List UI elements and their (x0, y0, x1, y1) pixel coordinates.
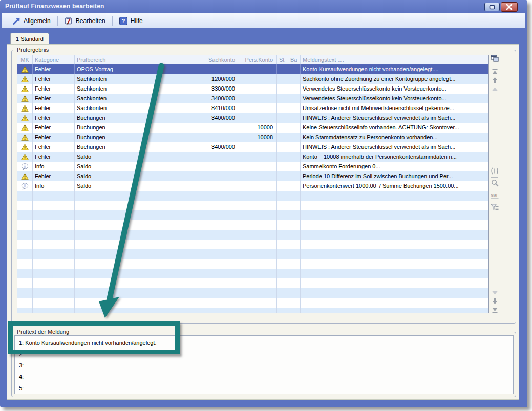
strip-divider (491, 177, 498, 178)
table-row-empty[interactable] (17, 240, 488, 249)
table-row[interactable]: FehlerBuchungen3400/000HINWEIS : Anderer… (17, 142, 488, 152)
cell-pruef (75, 201, 204, 210)
cell-st (277, 171, 288, 181)
cell-mk (17, 278, 33, 288)
cell-ba (288, 210, 301, 220)
cell-meld: Verwendetes Steuerschlüsselkonto kein Vo… (301, 84, 488, 94)
xml-export-icon[interactable]: XML (490, 192, 499, 200)
toolbar-label-hilfe: Hilfe (131, 17, 143, 25)
cell-pruef (75, 269, 204, 278)
cell-meld (301, 191, 488, 201)
table-row-empty[interactable] (17, 191, 488, 201)
table-row-empty[interactable] (17, 249, 488, 259)
table-row-empty[interactable] (17, 269, 488, 278)
table-row[interactable]: FehlerSaldoKonto 10008 innerhalb der Per… (17, 152, 488, 162)
info-icon (21, 163, 29, 170)
cell-st (277, 298, 288, 308)
table-columns-icon[interactable] (490, 54, 499, 62)
cell-st (277, 162, 288, 171)
move-up-icon[interactable] (490, 76, 499, 84)
cell-sach (204, 201, 239, 210)
table-row[interactable]: FehlerSachkonten8410/000Umsatzerlöse nic… (17, 103, 488, 113)
column-header-meldungstext[interactable]: Meldungstext .... (301, 55, 488, 64)
table-row[interactable]: FehlerBuchungen10000Keine Steuerschlüsse… (17, 123, 488, 133)
toolbar-button-hilfe[interactable]: ? Hilfe (115, 15, 147, 27)
cell-meld (301, 201, 488, 210)
column-header-perskonto[interactable]: Pers.Konto (239, 55, 277, 64)
toolbar-button-allgemein[interactable]: Allgemein (8, 15, 55, 27)
table-row-empty[interactable] (17, 298, 488, 308)
move-down-icon[interactable] (490, 297, 499, 305)
table-row[interactable]: FehlerSachkonten1200/000Sachkonto ohne Z… (17, 74, 488, 84)
table-row[interactable]: FehlerSaldoPeriode 10 Differenz im Soll … (17, 171, 488, 181)
table-row[interactable]: FehlerBuchungen3400/000HINWEIS : Anderer… (17, 113, 488, 123)
table-row-empty[interactable] (17, 220, 488, 230)
column-header-mk[interactable]: MK (17, 55, 33, 64)
cell-ba (288, 249, 301, 259)
cell-pers: 10008 (239, 133, 277, 142)
table-row[interactable]: InfoSaldoSammelkonto Forderungen 0... (17, 162, 488, 171)
cell-sach (204, 240, 239, 249)
table-row-empty[interactable] (17, 259, 488, 269)
scroll-down-icon[interactable] (490, 289, 499, 296)
scroll-to-top-icon[interactable] (490, 68, 499, 75)
cell-ba (288, 162, 301, 171)
column-header-ba[interactable]: Ba (288, 55, 301, 64)
group-brackets-icon[interactable] (490, 167, 499, 175)
table-row[interactable]: FehlerSachkonten3300/000Verwendetes Steu… (17, 84, 488, 94)
cell-mk (17, 181, 33, 191)
scroll-up-icon[interactable] (490, 85, 499, 93)
cell-pruef (75, 259, 204, 269)
cell-pruef (75, 240, 204, 249)
result-table-header: MK Kategorie Prüfbereich Sachkonto Pers.… (17, 55, 488, 64)
cell-st (277, 240, 288, 249)
cell-pruef: Buchungen (75, 142, 204, 152)
cell-ba (288, 152, 301, 162)
column-header-pruefbereich[interactable]: Prüfbereich (75, 55, 204, 64)
table-row-empty[interactable] (17, 288, 488, 298)
column-header-sachkonto[interactable]: Sachkonto (204, 55, 239, 64)
scroll-to-bottom-icon[interactable] (490, 306, 499, 314)
cell-sach (204, 133, 239, 142)
tab-standard[interactable]: 1 Standard (10, 33, 49, 45)
cell-kat (33, 210, 75, 220)
cell-meld: HINWEIS : Anderer Steuerschlüssel verwen… (301, 142, 488, 152)
search-icon[interactable] (490, 179, 499, 187)
cell-sach (204, 162, 239, 171)
toolbar-label-bearbeiten: Bearbeiten (76, 17, 105, 25)
toolbar-label-allgemein: Allgemein (24, 17, 51, 25)
cell-st (277, 259, 288, 269)
column-header-st[interactable]: St (277, 55, 288, 64)
toolbar-button-bearbeiten[interactable]: Bearbeiten (60, 15, 110, 27)
filter-icon[interactable] (490, 203, 499, 211)
cell-ba (288, 269, 301, 278)
cell-pruef: Buchungen (75, 113, 204, 123)
cell-kat: Fehler (33, 64, 75, 74)
cell-sach (204, 64, 239, 74)
minimize-button[interactable] (484, 3, 500, 11)
table-row-empty[interactable] (17, 308, 488, 313)
table-row-empty[interactable] (17, 210, 488, 220)
table-row[interactable]: InfoSaldoPersonenkontenwert 1000.00 / Su… (17, 181, 488, 191)
table-row[interactable]: FehlerBuchungen10008Kein Stammdatensatz … (17, 133, 488, 142)
table-row[interactable]: FehlerOPOS-VortragKonto Kursaufwendungen… (17, 64, 488, 74)
cell-mk (17, 64, 33, 74)
cell-mk (17, 103, 33, 113)
help-icon: ? (119, 17, 127, 25)
cell-meld (301, 240, 488, 249)
table-row[interactable]: FehlerSachkonten3400/000Verwendetes Steu… (17, 94, 488, 103)
table-row-empty[interactable] (17, 278, 488, 288)
cell-ba (288, 278, 301, 288)
column-header-kategorie[interactable]: Kategorie (33, 55, 75, 64)
warning-icon (21, 95, 29, 102)
close-button[interactable] (501, 2, 518, 12)
cell-mk (17, 162, 33, 171)
cell-meld (301, 220, 488, 230)
cell-ba (288, 288, 301, 298)
table-row-empty[interactable] (17, 201, 488, 210)
cell-pruef: Sachkonten (75, 94, 204, 103)
cell-st (277, 201, 288, 210)
toolbar-separator (57, 16, 58, 26)
table-row-empty[interactable] (17, 230, 488, 240)
cell-mk (17, 308, 33, 313)
